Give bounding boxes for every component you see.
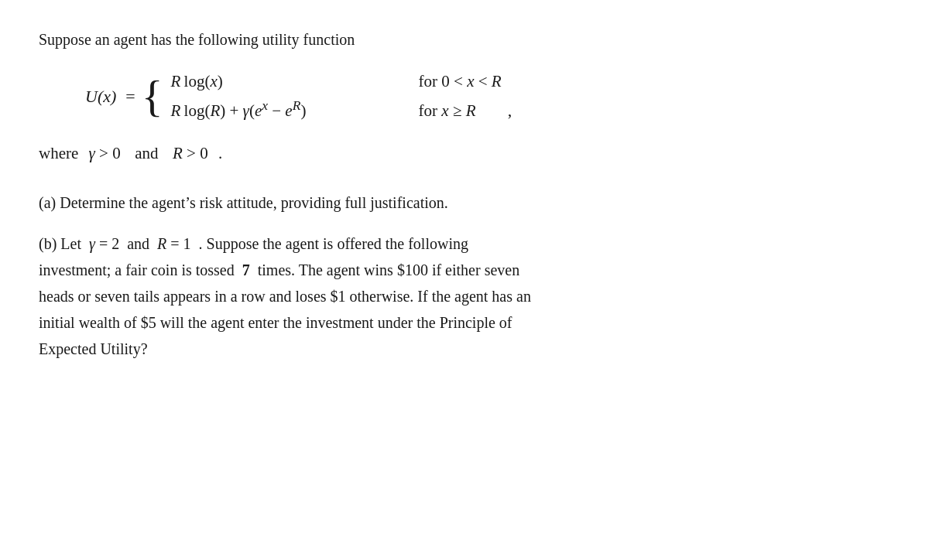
case-row-1: R log(x) for 0 < x < R <box>171 72 502 91</box>
cases-block: R log(x) for 0 < x < R R log(R) + γ(ex −… <box>171 72 502 121</box>
intro-text: Suppose an agent has the following utili… <box>39 31 890 49</box>
utility-function-section: U(x) = { R log(x) for 0 < x < R R log(R)… <box>85 72 890 121</box>
gamma-condition: γ > 0 <box>84 144 120 163</box>
part-a-text: (a) Determine the agent’s risk attitude,… <box>39 190 890 215</box>
period: . <box>214 144 223 163</box>
part-b-line3: heads or seven tails appears in a row an… <box>39 283 890 309</box>
case-row-2: R log(R) + γ(ex − eR) for x ≥ R <box>171 97 502 121</box>
part-b-section: (b) Let γ = 2 and R = 1 . Suppose the ag… <box>39 230 890 362</box>
case-formula-2: R log(R) + γ(ex − eR) <box>171 97 372 121</box>
utility-label: U(x) <box>85 87 116 107</box>
trailing-comma: , <box>508 101 512 121</box>
case-formula-1: R log(x) <box>171 72 372 91</box>
and-text: and <box>127 144 159 163</box>
part-b-line4: initial wealth of $5 will the agent ente… <box>39 309 890 336</box>
r-condition: R > 0 <box>165 144 208 163</box>
part-b-line1: (b) Let γ = 2 and R = 1 . Suppose the ag… <box>39 230 890 257</box>
part-a-section: (a) Determine the agent’s risk attitude,… <box>39 190 890 215</box>
where-text: where <box>39 144 78 163</box>
part-b-line2: investment; a fair coin is tossed 7 time… <box>39 257 890 283</box>
brace-container: { R log(x) for 0 < x < R R log(R) + γ(ex… <box>142 72 512 121</box>
case-condition-2: for x ≥ R <box>419 101 476 121</box>
big-brace: { <box>142 74 163 119</box>
part-b-line5: Expected Utility? <box>39 336 890 362</box>
equals-sign: = <box>125 87 135 107</box>
case-condition-1: for 0 < x < R <box>419 72 502 91</box>
where-section: where γ > 0 and R > 0 . <box>39 144 890 163</box>
